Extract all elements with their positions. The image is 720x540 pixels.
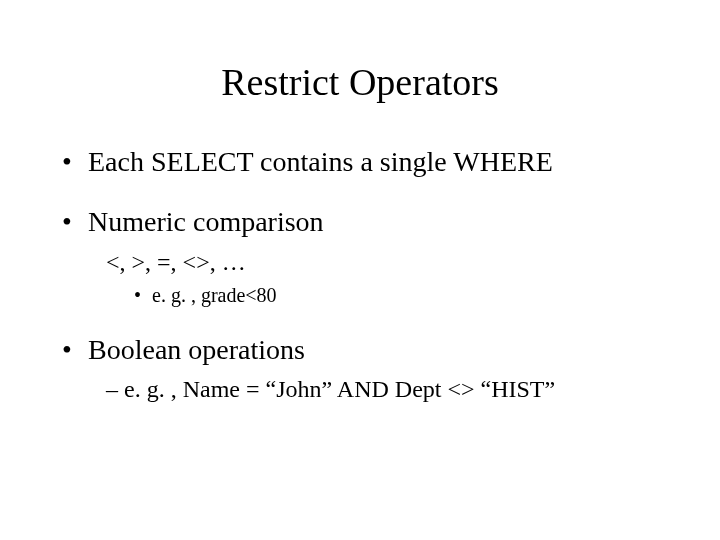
bullet-list: Each SELECT contains a single WHERE Nume…: [60, 144, 660, 406]
bullet-text-2: Numeric comparison: [88, 206, 324, 237]
slide: Restrict Operators Each SELECT contains …: [0, 0, 720, 540]
bullet-item-1: Each SELECT contains a single WHERE: [60, 144, 660, 180]
bullet-text-3: Boolean operations: [88, 334, 305, 365]
bullet-text-1: Each SELECT contains a single WHERE: [88, 146, 553, 177]
bullet-2-operators: <, >, =, <>, …: [106, 247, 660, 278]
slide-title: Restrict Operators: [60, 60, 660, 104]
bullet-item-3: Boolean operations – e. g. , Name = “Joh…: [60, 332, 660, 406]
bullet-2-example-list: e. g. , grade<80: [134, 282, 660, 308]
bullet-item-2: Numeric comparison <, >, =, <>, … e. g. …: [60, 204, 660, 308]
bullet-3-example: – e. g. , Name = “John” AND Dept <> “HIS…: [106, 374, 660, 405]
bullet-2-example: e. g. , grade<80: [134, 282, 660, 308]
